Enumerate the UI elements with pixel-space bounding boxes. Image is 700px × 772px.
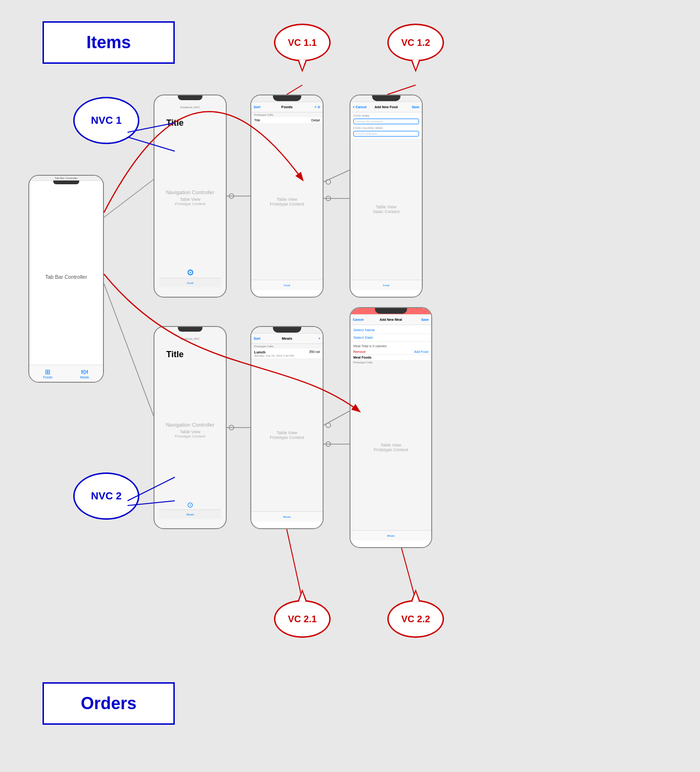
vc12-label: VC 1.2 — [401, 37, 430, 48]
nav1-label: Navigation Controller — [166, 189, 214, 195]
addfood-tab: Food — [383, 284, 390, 287]
food-cal-label: FOOD CALORIE INDEX — [350, 126, 422, 130]
addmeal-body: Cancel Add New Meal Save Select Name Sel… — [350, 308, 431, 540]
addfood-table-area: Table View Static Content — [350, 139, 422, 280]
svg-point-5 — [229, 425, 234, 430]
meals-add[interactable]: + — [318, 337, 320, 340]
nav-controller-2: MealsList_NVC Title Navigation Controlle… — [154, 326, 227, 529]
foods-tab-label: Foods — [43, 376, 52, 379]
nav1-tab-label: Food — [187, 282, 194, 284]
svg-line-6 — [324, 170, 350, 182]
foods-add[interactable]: + ⊙ — [315, 105, 320, 109]
foods-sort[interactable]: Sort — [254, 105, 260, 109]
nav1-tv-label: Table View — [180, 197, 200, 202]
foods-navbar: Sort Foods + ⊙ — [251, 102, 323, 112]
items-label: Items — [86, 33, 131, 52]
meals-screen: Meals Sort Meals + Prototype Cells Lunch… — [250, 326, 324, 529]
meals-table-area: Table View Prototype Content — [251, 359, 323, 511]
addmeal-cancel[interactable]: Cancel — [353, 318, 364, 321]
nav2-pc-label: Prototype Content — [175, 434, 205, 438]
foods-screen: Foods Sort Foods + ⊙ Prototype Cells Tit… — [250, 94, 324, 298]
nvc2-label: NVC 2 — [91, 490, 122, 502]
meals-section-header: Prototype Cells — [251, 344, 323, 349]
tab-bar-controller: Tab Bar Controller Tab Bar Controller ⊞ … — [28, 175, 104, 383]
addmeal-title: Add New Meal — [380, 318, 402, 321]
vc22-label: VC 2.2 — [401, 614, 430, 625]
meals-title: Meals — [282, 336, 292, 341]
select-name-label: Select Name — [353, 328, 375, 332]
notch-addmeal — [375, 308, 407, 314]
addfood-sc-label: Static Content — [373, 209, 400, 214]
foods-body: Foods Sort Foods + ⊙ Prototype Cells Tit… — [251, 95, 323, 290]
foods-icon: ⊞ — [45, 368, 51, 376]
addmeal-save[interactable]: Save — [421, 318, 429, 321]
addmeal-pc-label: Prototype Content — [374, 447, 408, 452]
addmeal-navbar: Cancel Add New Meal Save — [350, 315, 431, 325]
meals-cell-1: Lunch Monday, July 25, 2022 2:50 PM 350 … — [251, 349, 323, 359]
meals-body: Meals Sort Meals + Prototype Cells Lunch… — [251, 327, 323, 522]
svg-point-11 — [326, 423, 331, 428]
nav2-title: Title — [166, 350, 184, 360]
addmeal-select-name[interactable]: Select Name — [350, 326, 431, 334]
nav1-pc-label: Prototype Content — [175, 202, 205, 206]
foods-col1: Title — [254, 119, 260, 122]
addfood-body: AddEditFood < Cancel Add New Food Save F… — [350, 95, 422, 290]
svg-point-13 — [326, 442, 331, 446]
add-meal-screen: Cancel Add New Meal Save Select Name Sel… — [350, 307, 432, 548]
meals-pc-label: Prototype Content — [270, 435, 304, 440]
addmeal-tab: Meals — [387, 534, 394, 537]
addmeal-select-date[interactable]: Select Date — [350, 334, 431, 342]
addfood-title: Add New Food — [375, 105, 398, 109]
svg-line-1 — [104, 283, 154, 416]
tab-item-foods[interactable]: ⊞ Foods — [43, 368, 52, 379]
notch-addfood — [372, 95, 400, 101]
meal-date: Monday, July 25, 2022 2:50 PM — [254, 354, 294, 357]
vc11-label: VC 1.1 — [288, 37, 316, 48]
foods-col-header: Title Detail — [251, 117, 323, 124]
addfood-tabbar: Food — [350, 280, 422, 290]
svg-point-9 — [326, 196, 331, 201]
svg-line-19 — [387, 85, 416, 94]
meals-tab: Meals — [283, 515, 290, 518]
nav2-tab-bar: Meals — [159, 509, 221, 519]
addmeal-section: Prototype Cells — [350, 360, 431, 365]
notch-1 — [178, 95, 203, 100]
addfood-save[interactable]: Save — [412, 105, 419, 109]
meals-navbar: Sort Meals + — [251, 334, 323, 344]
foods-section-header: Prototype Cells — [251, 112, 323, 117]
addmeal-fields: Select Name Select Date — [350, 325, 431, 343]
orders-label-box: Orders — [43, 682, 175, 725]
dot-icon-2: ⊙ — [187, 500, 193, 509]
svg-point-3 — [229, 194, 234, 198]
notch-meals — [273, 327, 301, 333]
addfood-navbar: < Cancel Add New Food Save — [350, 102, 422, 112]
notch-2 — [178, 327, 203, 332]
nvc1-bubble: NVC 1 — [73, 97, 139, 144]
vc11-bubble: VC 1.1 — [274, 24, 331, 61]
addmeal-actions: Remove Add Food — [350, 349, 431, 355]
notch-foods — [273, 95, 301, 101]
food-name-input[interactable]: Orange (for example) — [353, 119, 419, 124]
food-cal-input[interactable]: 2.3 (for example) — [353, 131, 419, 137]
gear-icon-1: ⚙ — [187, 267, 194, 278]
addmeal-add-food[interactable]: Add Food — [414, 350, 428, 353]
svg-line-10 — [324, 411, 350, 425]
meal-cal: 350 cal — [309, 350, 320, 357]
meal-name: Lunch — [254, 350, 294, 354]
addfood-cancel[interactable]: < Cancel — [353, 105, 367, 109]
nav2-tab-label: Meals — [186, 513, 194, 516]
meals-tab-label: Meals — [80, 376, 89, 379]
vc21-bubble: VC 2.1 — [274, 600, 331, 638]
foods-tv-label: Table View — [270, 197, 304, 202]
items-label-box: Items — [43, 21, 175, 64]
vc12-bubble: VC 1.2 — [387, 24, 444, 61]
addmeal-remove[interactable]: Remove — [353, 350, 366, 353]
addmeal-table-area: Table View Prototype Content — [350, 365, 431, 530]
addmeal-tabbar: Meals — [350, 530, 431, 540]
nav-controller-1: FoodsList_NVC Title Navigation Controlle… — [154, 94, 227, 298]
meals-sort[interactable]: Sort — [254, 337, 260, 340]
vc22-bubble: VC 2.2 — [387, 600, 444, 638]
foods-tab-label: Food — [284, 284, 290, 287]
tab-item-meals[interactable]: 🍽 Meals — [80, 368, 89, 379]
notch — [53, 180, 79, 184]
